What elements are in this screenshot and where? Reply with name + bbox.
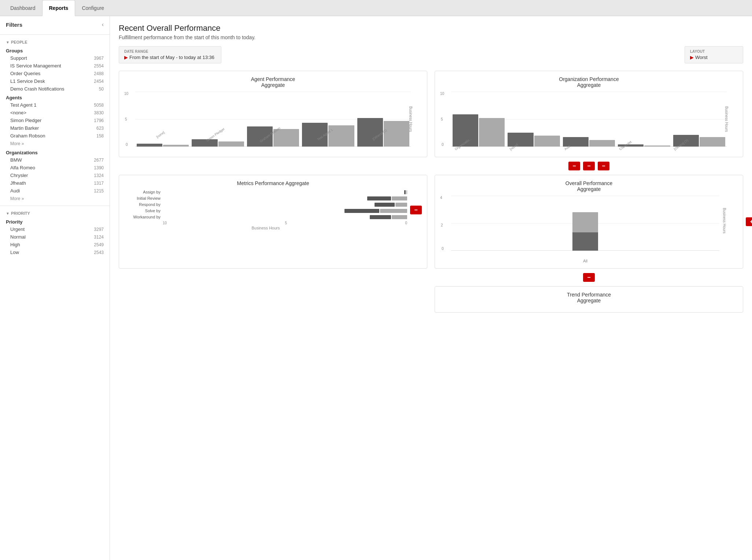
sidebar-item-jfheath[interactable]: Jfheath 1317 (0, 179, 110, 187)
section-priority: ▼ PRIORITY (0, 209, 110, 217)
metrics-bar-workaround-light (392, 215, 407, 219)
overall-bar-top (572, 212, 598, 232)
layout-value[interactable]: ▶Worst (690, 55, 738, 60)
page-subtitle: Fulfillment performance from the start o… (119, 34, 743, 40)
metrics-bar-respond-dark (375, 203, 395, 207)
sidebar-item-alfa[interactable]: Alfa Romeo 1390 (0, 164, 110, 172)
divider-priority (0, 206, 110, 206)
overall-y-axis-label: Business Hours (722, 208, 726, 233)
sidebar-item-low[interactable]: Low 2543 (0, 248, 110, 256)
metrics-label-workaround: Workaround by (124, 215, 163, 219)
groups-title: Groups (0, 46, 110, 54)
tab-dashboard[interactable]: Dashboard (4, 0, 42, 16)
agent-performance-title: Agent PerformanceAggregate (124, 76, 422, 88)
remove-button-2[interactable]: − (583, 162, 595, 170)
layout-chevron-icon: ▶ (690, 55, 694, 60)
sidebar-item-agent-none[interactable]: <none> 3830 (0, 109, 110, 117)
sidebar-item-demo-crash[interactable]: Demo Crash Notifications 50 (0, 85, 110, 93)
chevron-priority-icon: ▼ (6, 211, 10, 215)
agent-performance-chart: Agent PerformanceAggregate 10 5 0 (119, 71, 427, 157)
metrics-label-initial: Initial Review (124, 196, 163, 200)
agent-bar-simon-light (218, 141, 244, 147)
sidebar-item-l1-service[interactable]: L1 Service Desk 2454 (0, 77, 110, 85)
remove-button-1[interactable]: − (568, 162, 580, 170)
org-performance-chart: Organization PerformanceAggregate 10 5 0 (435, 71, 743, 157)
page-title: Recent Overall Performance (119, 23, 743, 33)
orgs-more-link[interactable]: More » (0, 195, 110, 203)
sidebar-item-agent-graham[interactable]: Graham Robson 158 (0, 132, 110, 140)
overall-bar-bottom (572, 232, 598, 251)
metrics-label-respond: Respond by (124, 202, 163, 207)
filter-bar: DATE RANGE ▶From the start of May - to t… (119, 46, 743, 63)
metrics-xaxis-5: 5 (285, 221, 287, 225)
chevron-people-icon: ▼ (6, 40, 10, 44)
remove-button-metrics[interactable]: − (410, 206, 422, 214)
metrics-bar-assign-light (406, 190, 407, 194)
org-y-axis-label: Business Hours (724, 106, 728, 132)
metrics-label-solve: Solve by (124, 209, 163, 213)
org-bar-none-light (534, 136, 560, 147)
overall-x-label-all: All (440, 259, 738, 263)
remove-button-overall[interactable]: − (583, 273, 595, 282)
layout-label: LAYOUT (690, 49, 738, 54)
top-navigation: Dashboard Reports Configure (0, 0, 752, 16)
org-bar-chevrolet-light (644, 145, 670, 147)
filters-title: Filters (6, 22, 22, 28)
org-performance-title: Organization PerformanceAggregate (440, 76, 738, 88)
sidebar-item-support[interactable]: Support 3967 (0, 54, 110, 62)
date-range-chevron-icon: ▶ (124, 55, 128, 60)
metrics-bar-respond-light (395, 203, 407, 207)
sidebar-item-agent-test1[interactable]: Test Agent 1 5058 (0, 101, 110, 109)
date-range-label: DATE RANGE (124, 49, 216, 54)
org-chart-area: 10 5 0 (440, 92, 738, 152)
sidebar-item-is-service[interactable]: IS Service Management 2554 (0, 62, 110, 70)
agent-y-axis-label: Business Hours (408, 106, 412, 132)
sidebar-header: Filters ‹ (0, 21, 110, 32)
metrics-x-axis-label: Business Hours (124, 226, 407, 230)
trend-performance-chart: Trend PerformanceAggregate (435, 286, 743, 313)
sidebar-item-order-queries[interactable]: Order Queries 2488 (0, 70, 110, 77)
overall-performance-chart: Overall PerformanceAggregate 4 2 0 Busin (435, 175, 743, 269)
agents-title: Agents (0, 93, 110, 101)
sidebar-item-high[interactable]: High 2549 (0, 241, 110, 248)
tab-reports[interactable]: Reports (42, 0, 75, 16)
overall-performance-title: Overall PerformanceAggregate (440, 180, 738, 192)
metrics-performance-title: Metrics Performance Aggregate (124, 180, 422, 186)
date-range-value[interactable]: ▶From the start of May - to today at 13:… (124, 55, 216, 60)
sidebar-item-agent-martin[interactable]: Martin Barker 623 (0, 124, 110, 132)
sidebar: Filters ‹ ▼ PEOPLE Groups Support 3967 I… (0, 16, 110, 560)
sidebar-collapse-button[interactable]: ‹ (102, 21, 104, 28)
metrics-bar-initial-light (392, 196, 407, 200)
sidebar-item-audi[interactable]: Audi 1215 (0, 187, 110, 195)
metrics-bar-solve-light (380, 209, 407, 213)
layout-box[interactable]: LAYOUT ▶Worst (685, 46, 743, 63)
sidebar-item-urgent[interactable]: Urgent 3297 (0, 225, 110, 233)
agent-chart-area: 10 5 0 (124, 92, 422, 152)
app-body: Filters ‹ ▼ PEOPLE Groups Support 3967 I… (0, 16, 752, 560)
add-button-overall[interactable]: + (746, 217, 752, 226)
agents-more-link[interactable]: More » (0, 140, 110, 148)
metrics-bar-workaround-dark (370, 215, 391, 219)
tab-configure[interactable]: Configure (75, 0, 111, 16)
metrics-performance-chart: Metrics Performance Aggregate Assign by (119, 175, 427, 269)
date-range-box[interactable]: DATE RANGE ▶From the start of May - to t… (119, 46, 221, 63)
sidebar-item-agent-simon[interactable]: Simon Pledger 1796 (0, 117, 110, 124)
metrics-xaxis-10: 10 (163, 221, 167, 225)
main-content: Recent Overall Performance Fulfillment p… (110, 16, 752, 560)
metrics-bar-solve-dark (344, 209, 379, 213)
priority-title: Priority (0, 217, 110, 225)
remove-button-3[interactable]: − (598, 162, 609, 170)
section-people: ▼ PEOPLE (0, 38, 110, 46)
agent-bar-none-light (163, 145, 189, 147)
sidebar-item-bmw[interactable]: BMW 2677 (0, 156, 110, 164)
metrics-bar-assign-dark (404, 190, 406, 194)
sidebar-item-normal[interactable]: Normal 3124 (0, 233, 110, 241)
orgs-title: Organizations (0, 148, 110, 156)
divider-people (0, 34, 110, 35)
metrics-bar-initial-dark (367, 196, 391, 200)
metrics-label-assign: Assign by (124, 190, 163, 194)
trend-performance-title: Trend PerformanceAggregate (440, 292, 738, 303)
org-bar-audi-light (589, 140, 615, 147)
metrics-xaxis-0: 0 (405, 221, 407, 225)
sidebar-item-chrysler[interactable]: Chrysler 1324 (0, 172, 110, 179)
